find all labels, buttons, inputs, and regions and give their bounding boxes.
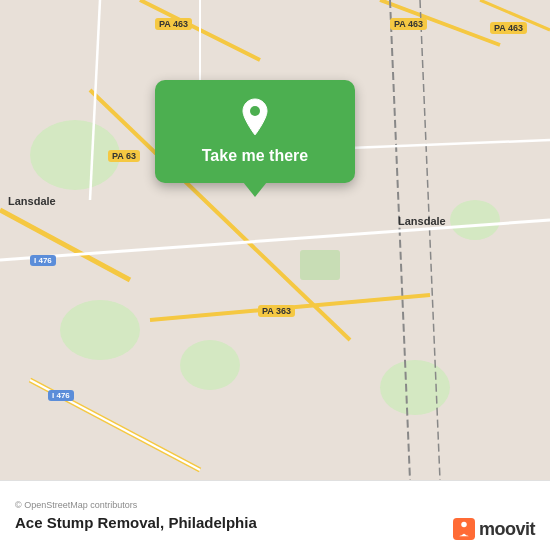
moovit-icon [453, 518, 475, 540]
lansdale-label-right: Lansdale [398, 215, 446, 227]
lansdale-label-left: Lansdale [8, 195, 56, 207]
take-me-there-button[interactable]: Take me there [202, 147, 308, 165]
map-attribution: © OpenStreetMap contributors [15, 500, 535, 510]
popup-card: Take me there [155, 80, 355, 183]
svg-line-8 [390, 0, 410, 480]
svg-line-9 [420, 0, 440, 480]
pa463-label-top-left: PA 463 [155, 18, 192, 30]
pa363-label: PA 363 [258, 305, 295, 317]
svg-rect-15 [453, 518, 475, 540]
location-pin-icon [233, 95, 277, 139]
i476-label-lower: I 476 [48, 390, 74, 401]
svg-line-10 [0, 220, 550, 260]
pa63-label: PA 63 [108, 150, 140, 162]
bottom-bar: © OpenStreetMap contributors Ace Stump R… [0, 480, 550, 550]
map-container: PA 463 PA 463 PA 463 PA 63 PA 363 I 476 … [0, 0, 550, 480]
svg-point-14 [250, 106, 260, 116]
i476-label-upper: I 476 [30, 255, 56, 266]
pa463-label-far-right: PA 463 [490, 22, 527, 34]
pa463-label-top-right: PA 463 [390, 18, 427, 30]
svg-line-2 [0, 210, 130, 280]
moovit-text: moovit [479, 519, 535, 540]
road-svg [0, 0, 550, 480]
moovit-logo: moovit [453, 518, 535, 540]
svg-point-16 [461, 522, 467, 528]
